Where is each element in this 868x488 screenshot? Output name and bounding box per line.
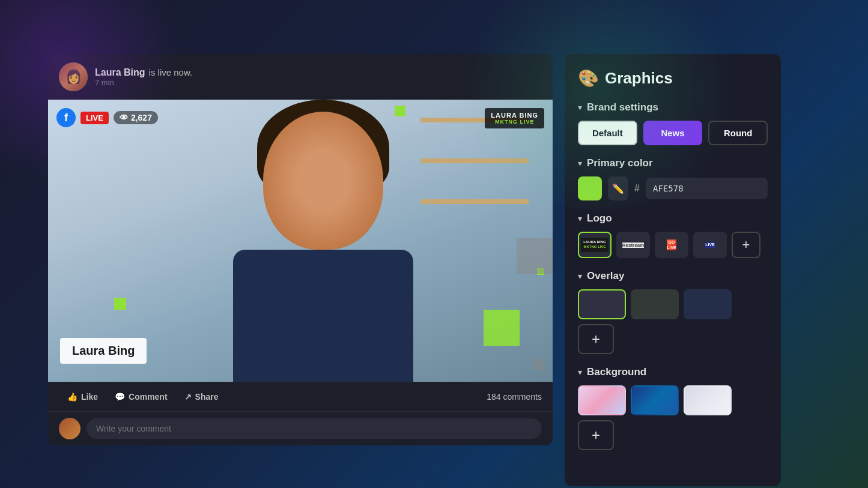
avatar-image: 👩 (59, 62, 88, 91)
deco-gray-1 (517, 238, 553, 274)
viewer-count: 👁 2,627 (114, 111, 158, 124)
deco-gray-3 (533, 359, 544, 370)
overlay-item-3[interactable] (684, 289, 732, 319)
logo-4: LIVE (705, 242, 715, 247)
brand-settings-section: ▾ Brand settings Default News Round (578, 101, 768, 145)
logo-chevron-icon: ▾ (578, 214, 582, 223)
logo-header[interactable]: ▾ Logo (578, 212, 768, 224)
user-info: Laura Bing is live now. 7 min (95, 67, 192, 87)
overlay-header[interactable]: ▾ Overlay (578, 270, 768, 282)
bg-item-3[interactable] (684, 385, 732, 415)
comment-icon: 💬 (115, 392, 125, 402)
overlay-grid: + (578, 289, 768, 354)
brand-btn-round[interactable]: Round (708, 121, 768, 145)
commenter-avatar (59, 418, 80, 439)
color-row: ✏️ # (578, 176, 768, 200)
brand-settings-header[interactable]: ▾ Brand settings (578, 101, 768, 113)
logo-lb: LAURA BINGMKTNG LIVE (581, 238, 608, 252)
brand-buttons-group: Default News Round (578, 121, 768, 145)
facebook-panel: 👩 Laura Bing is live now. 7 min (48, 54, 553, 445)
color-swatch[interactable] (578, 176, 602, 200)
live-status: is live now. (149, 67, 193, 77)
comment-count: 184 comments (487, 392, 542, 402)
comment-input[interactable] (86, 418, 542, 439)
logo-gl: GOLIVE (667, 239, 676, 250)
like-label: Like (81, 392, 98, 402)
eyedropper-button[interactable]: ✏️ (608, 176, 628, 200)
logo-item-3[interactable]: GOLIVE (655, 232, 688, 258)
fb-actions-bar: 👍 Like 💬 Comment ↗ Share 184 comments (48, 382, 553, 412)
overlay-item-2[interactable] (631, 289, 679, 319)
like-button[interactable]: 👍 Like (59, 387, 106, 406)
share-icon: ↗ (184, 392, 192, 402)
color-input[interactable] (646, 178, 768, 199)
comment-button[interactable]: 💬 Comment (106, 387, 176, 406)
logo-item-4[interactable]: LIVE (693, 232, 727, 258)
brand-chevron-icon: ▾ (578, 103, 582, 112)
watermark: LAURA BING MKTNG LIVE (485, 108, 544, 128)
graphics-heading: Graphics (605, 69, 673, 88)
brand-btn-news[interactable]: News (643, 121, 703, 145)
primary-color-section: ▾ Primary color ✏️ # (578, 157, 768, 200)
share-button[interactable]: ↗ Share (176, 387, 227, 406)
logo-grid: LAURA BINGMKTNG LIVE Restream GOLIVE LIV… (578, 232, 768, 258)
palette-icon: 🎨 (578, 68, 599, 88)
comment-area (48, 412, 553, 445)
main-layout: 👩 Laura Bing is live now. 7 min (0, 0, 868, 488)
username-line: Laura Bing is live now. (95, 67, 192, 78)
logo-item-1[interactable]: LAURA BINGMKTNG LIVE (578, 232, 612, 258)
presenter-figure (209, 100, 437, 382)
username: Laura Bing (95, 67, 145, 78)
background-grid: + (578, 385, 768, 450)
background-section: ▾ Background + (578, 366, 768, 450)
add-background-button[interactable]: + (578, 420, 614, 450)
watermark-name: LAURA BING (491, 112, 538, 119)
facebook-icon: f (56, 108, 76, 127)
graphics-title: 🎨 Graphics (578, 68, 768, 88)
brand-settings-title: Brand settings (587, 101, 658, 113)
add-overlay-button[interactable]: + (578, 324, 614, 354)
overlay-item-1[interactable] (578, 289, 626, 319)
primary-color-title: Primary color (587, 157, 653, 169)
deco-green-4 (484, 310, 520, 346)
avatar: 👩 (59, 62, 88, 91)
overlay-chevron-icon: ▾ (578, 271, 582, 281)
bg-item-1[interactable] (578, 385, 626, 415)
name-banner: Laura Bing (60, 338, 147, 364)
bg-item-2[interactable] (631, 385, 679, 415)
hash-symbol: # (634, 183, 640, 194)
background-title: Background (587, 366, 646, 378)
brand-btn-default[interactable]: Default (578, 121, 637, 145)
logo-item-2[interactable]: Restream (616, 232, 650, 258)
share-label: Share (195, 392, 219, 402)
deco-green-3 (114, 298, 126, 310)
like-icon: 👍 (67, 392, 77, 402)
fb-post-header: 👩 Laura Bing is live now. 7 min (48, 54, 553, 100)
add-logo-button[interactable]: + (732, 232, 760, 258)
comment-label: Comment (129, 392, 168, 402)
background-chevron-icon: ▾ (578, 367, 582, 377)
overlay-title: Overlay (587, 270, 624, 282)
viewer-number: 2,627 (131, 113, 152, 122)
logo-rs: Restream (622, 242, 644, 248)
graphics-panel: 🎨 Graphics ▾ Brand settings Default News… (565, 54, 781, 486)
eyedropper-icon: ✏️ (612, 183, 624, 194)
live-badge: LIVE (80, 112, 109, 124)
logo-title: Logo (587, 212, 612, 224)
eye-icon: 👁 (120, 113, 128, 122)
post-time: 7 min (95, 78, 192, 87)
name-banner-text: Laura Bing (72, 344, 135, 357)
color-chevron-icon: ▾ (578, 158, 582, 168)
background-header[interactable]: ▾ Background (578, 366, 768, 378)
primary-color-header[interactable]: ▾ Primary color (578, 157, 768, 169)
logo-section: ▾ Logo LAURA BINGMKTNG LIVE Restream GOL… (578, 212, 768, 258)
live-bar: f LIVE 👁 2,627 (56, 108, 158, 127)
body (233, 250, 413, 382)
video-player[interactable]: f LIVE 👁 2,627 LAURA BING MKTNG LIVE Lau… (48, 100, 553, 382)
deco-green-1 (395, 106, 405, 116)
watermark-sub: MKTNG LIVE (491, 119, 538, 125)
face (263, 112, 383, 250)
overlay-section: ▾ Overlay + (578, 270, 768, 354)
